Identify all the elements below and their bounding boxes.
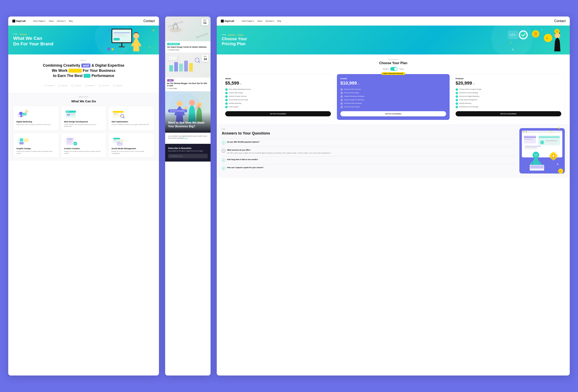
- premium-feature-5: ✓Weekly Reporting: [456, 102, 561, 105]
- check-icon: ✓: [456, 92, 458, 94]
- starter-name: Starter: [225, 78, 331, 80]
- check-icon: ✓: [225, 95, 228, 98]
- svg-point-16: [68, 111, 69, 112]
- right-nav-links: Demo Pages ▾ About Services ▾ Blog: [241, 20, 281, 22]
- svg-point-98: [536, 154, 537, 155]
- faq-toggle-2[interactable]: −: [222, 149, 225, 153]
- deco-star-2: ✦: [149, 46, 151, 48]
- blog-2-tag: SEO: [167, 79, 174, 82]
- svg-rect-115: [560, 164, 561, 165]
- price-card-starter: Starter $5,599 /YE ✓Basic Digital Market…: [222, 74, 335, 120]
- logo-5: Logo ipsum: [99, 84, 109, 87]
- nav-blog[interactable]: Blog: [69, 20, 73, 22]
- premium-cta-button[interactable]: Get Free Consultation: [456, 111, 561, 116]
- right-nav-about[interactable]: About: [257, 20, 262, 22]
- nav-demo[interactable]: Demo Pages ▾: [33, 20, 46, 22]
- logo-icon: [12, 20, 15, 22]
- growth-price: $10,999 /YE: [340, 81, 446, 86]
- service-card-2-title: Web Design Development: [64, 121, 103, 123]
- toggle-pill[interactable]: [390, 67, 398, 71]
- newsletter-desc: Stay updated on the latest in digital tr…: [168, 150, 208, 152]
- svg-text:</>: </>: [69, 112, 72, 113]
- newsletter-section: Subscribe to Newsletter Stay updated on …: [165, 144, 211, 162]
- right-hero: HOME / SERVICES / PRICING Choose Your Pr…: [217, 26, 570, 54]
- logo-2: logoipsum: [58, 84, 68, 87]
- nav-contact[interactable]: Contact: [144, 19, 155, 23]
- premium-feature-2: ✓Advanced Content Strategy: [456, 92, 561, 94]
- cta-card: Get Free Consultation Want to See How We…: [165, 91, 211, 144]
- growth-feature-6: ✓Phone & Email Support: [340, 106, 446, 108]
- svg-rect-107: [549, 155, 551, 157]
- growth-cta-button[interactable]: Get Free Consultation: [340, 111, 446, 116]
- faq-toggle-1[interactable]: +: [222, 141, 225, 145]
- check-icon: ✓: [456, 106, 458, 108]
- content-icon: [64, 136, 78, 146]
- left-nav-links: Demo Pages ▾ About Services ▾ Blog: [33, 20, 72, 22]
- check-icon: ✓: [456, 102, 458, 105]
- svg-rect-114: [554, 164, 555, 165]
- nav-services[interactable]: Services ▾: [57, 20, 66, 22]
- service-card-2-desc: Create websites with stunning visuals an…: [64, 124, 103, 128]
- check-icon: ✓: [340, 102, 343, 105]
- illus-star-2: ✦: [551, 130, 552, 132]
- left-hero-banner: HOME / SERVICES What We Can Do For Your …: [8, 26, 159, 54]
- svg-rect-106: [553, 159, 554, 161]
- svg-rect-61: [169, 58, 171, 60]
- starter-price: $5,599 /YE: [225, 81, 331, 86]
- toggle-monthly[interactable]: Monthly: [383, 68, 388, 70]
- right-hero-text: HOME / SERVICES / PRICING Choose Your Pr…: [222, 34, 247, 46]
- svg-point-73: [520, 32, 527, 38]
- svg-text:</>: </>: [509, 33, 516, 37]
- nav-about[interactable]: About: [49, 20, 54, 22]
- left-hero-illus: ✦ ✦: [103, 26, 157, 54]
- newsletter-email-input[interactable]: [168, 154, 208, 158]
- check-icon: ✓: [340, 99, 343, 101]
- premium-price: $20,999 /YE: [456, 81, 561, 86]
- starter-feature-4: ✓Social Media Account Setup: [225, 99, 331, 101]
- about-title: Combining Creativity and & Digital Exper…: [13, 63, 154, 79]
- right-nav-services[interactable]: Services ▾: [265, 20, 274, 22]
- starter-feature-2: ✓Custom Web Design: [225, 92, 331, 94]
- toggle-yearly[interactable]: Yearly: [399, 68, 404, 70]
- faq-toggle-3[interactable]: +: [222, 158, 225, 162]
- svg-rect-63: [173, 58, 176, 60]
- dot-green: [526, 131, 527, 132]
- svg-rect-34: [66, 137, 74, 145]
- blog-1-author: by Carolina Grace: [165, 49, 211, 53]
- svg-rect-35: [67, 139, 73, 139]
- faq-toggle-4[interactable]: +: [222, 167, 225, 170]
- svg-rect-57: [169, 56, 171, 58]
- deco-dollar: $: [554, 29, 559, 34]
- right-nav-demo[interactable]: Demo Pages ▾: [241, 20, 254, 22]
- svg-rect-47: [120, 140, 124, 142]
- blog-post-2: OKT 14 SEO Be The Ultimate Blogger: Our …: [165, 53, 211, 91]
- illus-screen-header: [522, 131, 562, 133]
- svg-point-8: [133, 33, 139, 39]
- svg-rect-24: [113, 115, 120, 115]
- svg-rect-36: [67, 140, 72, 140]
- growth-feature-2: ✓Premium Web Design: [340, 92, 446, 94]
- blog-img-1: CREATIVE DESIGN SEPT 11: [165, 16, 211, 41]
- svg-rect-41: [113, 138, 120, 139]
- pricing-toggle: Monthly Yearly: [222, 67, 565, 71]
- right-nav-blog[interactable]: Blog: [278, 20, 281, 22]
- svg-point-104: [553, 155, 554, 157]
- right-nav-contact-wrapper: Contact: [554, 19, 566, 23]
- check-icon: ✓: [225, 99, 228, 101]
- deco-dot-right: [512, 49, 514, 50]
- svg-rect-51: [174, 62, 178, 71]
- svg-rect-101: [530, 166, 543, 168]
- seo-chart-svg: [167, 55, 200, 73]
- left-logo: DigiCraft: [12, 20, 26, 22]
- check-icon: ✓: [340, 92, 343, 94]
- services-section: SERVICES What We Can Do Digital Marketin…: [8, 93, 159, 161]
- starter-cta-button[interactable]: Get Free Consultation: [225, 111, 331, 116]
- svg-rect-93: [525, 146, 541, 147]
- right-nav-contact[interactable]: Contact: [554, 19, 566, 23]
- svg-point-88: [540, 140, 544, 144]
- svg-point-49: [169, 27, 182, 32]
- check-icon: ✓: [225, 88, 228, 91]
- svg-rect-113: [557, 167, 558, 168]
- faq-item-3: + How long does it take to see results?: [222, 156, 515, 164]
- about-section: ABOUT Combining Creativity and & Digital…: [8, 54, 159, 93]
